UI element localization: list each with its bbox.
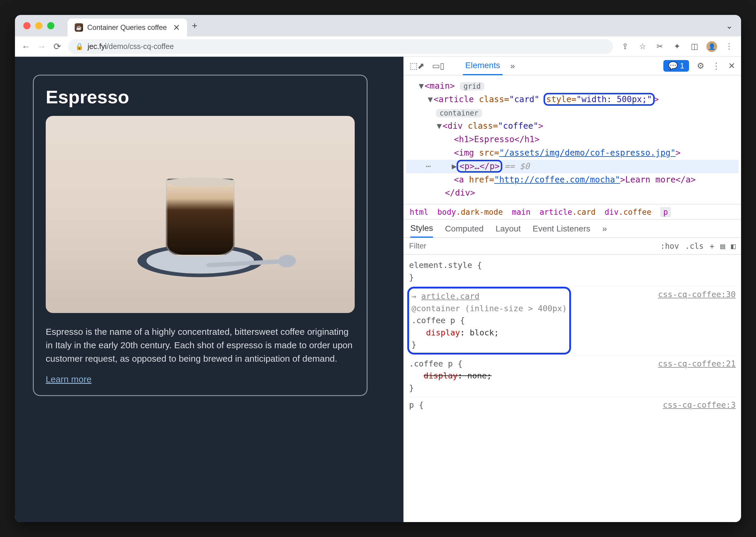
rule-source-link[interactable]: css-cq-coffee:30 (658, 289, 736, 301)
crumb-body[interactable]: body.dark-mode (437, 208, 503, 217)
rule-source-link[interactable]: css-cq-coffee:3 (663, 399, 736, 411)
content-area: Espresso Espresso is the name of a highl… (15, 57, 741, 522)
profile-avatar[interactable]: 👤 (706, 41, 717, 52)
rule-source-link[interactable]: css-cq-coffee:21 (658, 358, 736, 370)
dom-h1[interactable]: <h1>Espresso</h1> (454, 134, 540, 144)
webpage-viewport[interactable]: Espresso Espresso is the name of a highl… (15, 57, 403, 522)
side-panel-icon[interactable]: ◫ (689, 42, 700, 51)
titlebar: ☕ Container Queries coffee ✕ + ⌄ (15, 15, 741, 36)
crumb-article[interactable]: article.card (539, 208, 596, 217)
dom-div-close[interactable]: </div> (445, 188, 475, 198)
settings-gear-icon[interactable]: ⚙ (697, 61, 704, 71)
dom-article[interactable]: <article (433, 94, 479, 104)
container-badge[interactable]: container (436, 109, 482, 117)
traffic-lights (23, 22, 54, 29)
crumb-div[interactable]: div.coffee (604, 208, 651, 217)
learn-more-link[interactable]: Learn more (46, 374, 91, 384)
share-icon[interactable]: ⇪ (620, 42, 631, 51)
close-devtools-button[interactable]: ✕ (728, 61, 735, 71)
url-domain: jec.fyi (88, 42, 107, 51)
dom-selected-p[interactable]: ⋯ ▶<p>…</p>== $0 (406, 160, 739, 173)
kebab-menu-icon[interactable]: ⋮ (724, 42, 734, 51)
close-window-button[interactable] (23, 22, 30, 29)
grid-badge[interactable]: grid (460, 82, 484, 91)
dollar-zero-indicator: == $0 (505, 161, 529, 171)
dom-main[interactable]: <main> (424, 81, 455, 91)
tab-styles[interactable]: Styles (410, 220, 433, 238)
dom-img[interactable]: <img (454, 148, 479, 158)
inspect-element-icon[interactable]: ⬚⬈ (410, 61, 424, 71)
styles-pane[interactable]: element.style { } css-cq-coffee:30 → art… (404, 255, 741, 522)
styles-filter-bar: :hov .cls + ▤ ◧ (404, 238, 741, 255)
url-path: /demo/css-cq-coffee (107, 42, 174, 51)
lock-icon: 🔒 (75, 43, 83, 51)
dom-tree[interactable]: ▼<main> grid ▼<article class="card" styl… (404, 75, 741, 204)
more-tabs-chevron-icon[interactable]: » (511, 61, 515, 71)
close-tab-button[interactable]: ✕ (173, 23, 180, 32)
card-heading: Espresso (46, 86, 355, 107)
breadcrumb[interactable]: html body.dark-mode main article.card di… (404, 204, 741, 220)
devtools-toolbar: ⬚⬈ ▭▯ Elements » 💬 1 ⚙ ⋮ ✕ (404, 57, 741, 75)
rule-element-style[interactable]: element.style { } (409, 258, 736, 287)
new-rule-plus-icon[interactable]: + (710, 242, 714, 251)
card-body-text: Espresso is the name of a highly concent… (46, 325, 355, 365)
crumb-main[interactable]: main (512, 208, 531, 217)
tab-layout[interactable]: Layout (495, 224, 520, 233)
devtools-panel: ⬚⬈ ▭▯ Elements » 💬 1 ⚙ ⋮ ✕ ▼<main> grid … (403, 57, 741, 522)
computed-sidebar-icon[interactable]: ▤ (721, 242, 725, 251)
maximize-window-button[interactable] (47, 22, 54, 29)
device-toolbar-icon[interactable]: ▭▯ (432, 61, 444, 71)
dom-div-coffee[interactable]: <div (443, 121, 467, 131)
coffee-card: Espresso Espresso is the name of a highl… (33, 75, 368, 396)
tab-elements[interactable]: Elements (463, 57, 503, 75)
cls-toggle[interactable]: .cls (685, 242, 704, 251)
more-style-tabs-icon[interactable]: » (602, 224, 607, 233)
tab-event-listeners[interactable]: Event Listeners (533, 224, 591, 233)
dom-anchor[interactable]: <a (454, 175, 469, 185)
rule-p[interactable]: css-cq-coffee:3 p { (409, 397, 736, 414)
espresso-image (46, 116, 355, 313)
styles-filter-input[interactable] (409, 241, 654, 251)
browser-toolbar: ← → ⟳ 🔒 jec.fyi/demo/css-cq-coffee ⇪ ☆ ✂… (15, 36, 741, 57)
extensions-puzzle-icon[interactable]: ✦ (672, 42, 683, 51)
hov-toggle[interactable]: :hov (660, 242, 679, 251)
browser-tab[interactable]: ☕ Container Queries coffee ✕ (67, 19, 187, 36)
favicon-icon: ☕ (75, 23, 83, 32)
toggle-sidebar-icon[interactable]: ◧ (731, 242, 736, 251)
new-tab-button[interactable]: + (192, 20, 198, 31)
back-button[interactable]: ← (22, 42, 30, 52)
scissors-icon[interactable]: ✂ (654, 42, 665, 51)
devtools-menu-icon[interactable]: ⋮ (712, 61, 721, 71)
reload-button[interactable]: ⟳ (53, 41, 62, 52)
address-bar[interactable]: 🔒 jec.fyi/demo/css-cq-coffee (68, 39, 613, 54)
crumb-p[interactable]: p (660, 207, 671, 217)
tab-computed[interactable]: Computed (445, 224, 483, 233)
rule-coffee-p[interactable]: css-cq-coffee:21 .coffee p { display: no… (409, 356, 736, 397)
bookmark-star-icon[interactable]: ☆ (637, 42, 648, 51)
rule-container-query[interactable]: css-cq-coffee:30 → article.card @contain… (409, 287, 736, 356)
crumb-html[interactable]: html (410, 208, 428, 217)
browser-window: ☕ Container Queries coffee ✕ + ⌄ ← → ⟳ 🔒… (15, 15, 741, 522)
minimize-window-button[interactable] (35, 22, 42, 29)
window-menu-chevron-icon[interactable]: ⌄ (726, 21, 733, 31)
issues-badge[interactable]: 💬 1 (663, 60, 689, 72)
tab-title: Container Queries coffee (87, 23, 169, 32)
forward-button[interactable]: → (37, 42, 46, 52)
styles-tabs: Styles Computed Layout Event Listeners » (404, 220, 741, 238)
